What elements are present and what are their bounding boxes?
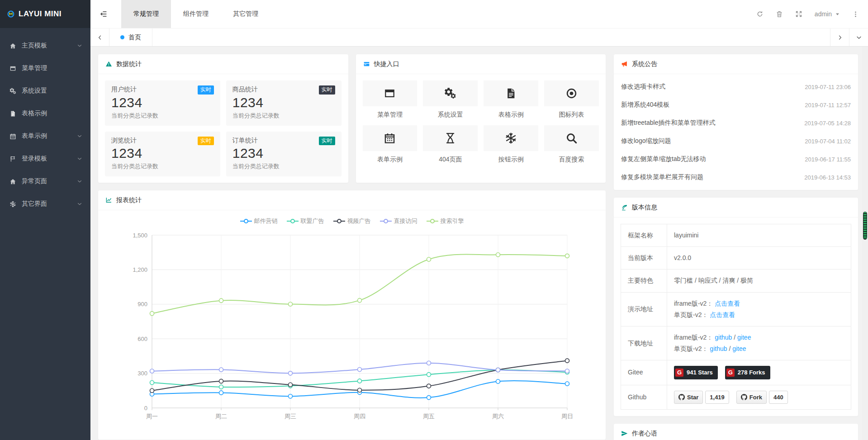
trash-button[interactable] (776, 10, 783, 18)
tab-scroll-right-button[interactable] (830, 28, 849, 46)
status-badge: 实时 (198, 137, 214, 146)
sidebar-item-3[interactable]: 系统设置 (0, 80, 90, 102)
quick-entry-7[interactable]: 按钮示例 (484, 125, 538, 164)
quick-entry-5[interactable]: 表单示例 (363, 125, 417, 164)
panel-title: 作者心语 (632, 430, 657, 438)
logo[interactable]: LAYUI MINI (0, 0, 90, 28)
svg-text:0: 0 (144, 405, 147, 412)
panel-title: 报表统计 (116, 196, 142, 204)
version-label: 当前版本 (621, 247, 667, 270)
layui-logo-icon (7, 10, 14, 18)
quick-entry-1[interactable]: 菜单管理 (363, 80, 417, 119)
more-menu-button[interactable] (852, 11, 859, 18)
github-count[interactable]: 1,419 (705, 391, 729, 404)
link-github[interactable]: github (710, 345, 727, 352)
legend-item-搜索引擎[interactable]: 搜索引擎 (427, 217, 464, 225)
legend-label: 搜索引擎 (441, 217, 464, 225)
user-dropdown[interactable]: admin (815, 10, 840, 18)
github-icon (741, 394, 747, 400)
link-点击查看[interactable]: 点击查看 (710, 311, 735, 318)
legend-item-视频广告[interactable]: 视频广告 (333, 217, 371, 225)
asterisk-icon (484, 125, 538, 151)
tab-scroll-left-button[interactable] (90, 28, 109, 46)
sidebar-item-6[interactable]: 登录模板 (0, 147, 90, 170)
calendar-icon (9, 133, 17, 140)
gitee-badge[interactable]: G278 Forks (725, 366, 770, 379)
quick-entry-4[interactable]: 图标列表 (544, 80, 599, 119)
sidebar-item-5[interactable]: 表单示例 (0, 125, 90, 147)
status-badge: 实时 (319, 137, 335, 146)
stat-label: 用户统计 (111, 85, 137, 94)
github-badge[interactable]: Star1,419 (674, 391, 729, 404)
paper-plane-icon (621, 430, 628, 437)
version-row-7: GithubStar1,419Fork440 (621, 385, 851, 409)
legend-marker-icon (333, 218, 345, 224)
stat-label: 商品统计 (232, 85, 258, 94)
top-nav-item-1[interactable]: 常规管理 (121, 0, 171, 28)
refresh-button[interactable] (756, 10, 764, 18)
legend-label: 邮件营销 (254, 217, 278, 225)
quick-entry-8[interactable]: 百度搜索 (544, 125, 599, 164)
sidebar-item-4[interactable]: 表格示例 (0, 102, 90, 125)
fullscreen-button[interactable] (795, 10, 802, 18)
version-label: 演示地址 (621, 292, 667, 326)
sidebar-item-2[interactable]: 菜单管理 (0, 57, 90, 80)
link-点击查看[interactable]: 点击查看 (715, 300, 740, 307)
stat-value: 1234 (111, 146, 214, 161)
link-gitee[interactable]: gitee (732, 345, 746, 352)
file-icon (9, 110, 17, 117)
legend-item-联盟广告[interactable]: 联盟广告 (287, 217, 324, 225)
scrollbar-track[interactable] (862, 47, 868, 440)
warning-triangle-icon (105, 61, 112, 67)
hourglass-icon (423, 125, 478, 151)
legend-label: 直接访问 (394, 217, 417, 225)
chevron-down-icon (856, 34, 862, 41)
sidebar-item-7[interactable]: 异常页面 (0, 170, 90, 193)
version-link-line: 单页版-v2： github / gitee (674, 343, 844, 355)
legend-item-邮件营销[interactable]: 邮件营销 (240, 217, 278, 225)
stat-desc: 当前分类总记录数 (232, 112, 335, 120)
version-value-cell: v2.0.0 (667, 247, 851, 270)
quick-entry-2[interactable]: 系统设置 (423, 80, 478, 119)
gitee-badge[interactable]: G941 Stars (674, 366, 718, 379)
stat-label: 浏览统计 (111, 137, 137, 145)
top-nav-item-3[interactable]: 其它管理 (221, 0, 270, 28)
tab-menu-button[interactable] (849, 28, 868, 46)
stat-desc: 当前分类总记录数 (111, 112, 214, 120)
panel-author-words-header: 作者心语 (614, 424, 858, 440)
panel-data-stats-header: 数据统计 (98, 54, 348, 74)
calendar-icon (363, 125, 417, 151)
megaphone-icon (621, 61, 628, 67)
chart-line-icon (105, 197, 112, 203)
quick-entry-label: 按钮示例 (484, 156, 538, 164)
sidebar-item-8[interactable]: 其它界面 (0, 193, 90, 215)
github-badge[interactable]: Fork440 (736, 391, 788, 404)
legend-item-直接访问[interactable]: 直接访问 (380, 217, 417, 225)
home-icon (9, 43, 17, 49)
panel-quick-entry-header: 快捷入口 (356, 54, 606, 74)
link-github[interactable]: github (715, 334, 732, 341)
caret-down-icon (835, 12, 840, 17)
quick-entry-3[interactable]: 表格示例 (484, 80, 538, 119)
version-label: 主要特色 (621, 270, 667, 292)
notice-text: 新增系统404模板 (621, 101, 669, 109)
github-count[interactable]: 440 (769, 391, 788, 404)
report-chart-svg: 03006009001,2001,500周一周二周三周四周五周六周日 (102, 228, 602, 440)
tab-home[interactable]: 首页 (109, 28, 152, 46)
version-link-line: iframe版-v2： github / gitee (674, 332, 844, 343)
notice-item-2: 新增系统404模板2019-07-11 12:57 (621, 96, 851, 114)
status-badge: 实时 (319, 85, 335, 95)
scrollbar-thumb[interactable] (863, 212, 867, 240)
quick-entry-label: 菜单管理 (363, 111, 417, 119)
top-nav-item-2[interactable]: 组件管理 (171, 0, 221, 28)
link-gitee[interactable]: gitee (737, 334, 751, 341)
stat-desc: 当前分类总记录数 (232, 162, 335, 170)
sidebar-item-1[interactable]: 主页模板 (0, 34, 90, 57)
version-row-1: 框架名称layuimini (621, 224, 851, 247)
quick-entry-6[interactable]: 404页面 (423, 125, 478, 164)
credit-card-icon (363, 61, 370, 67)
legend-marker-icon (380, 218, 392, 224)
quick-entry-label: 系统设置 (423, 111, 478, 119)
menu-collapse-button[interactable] (90, 0, 117, 28)
version-value-cell: G941 StarsG278 Forks (667, 360, 851, 385)
